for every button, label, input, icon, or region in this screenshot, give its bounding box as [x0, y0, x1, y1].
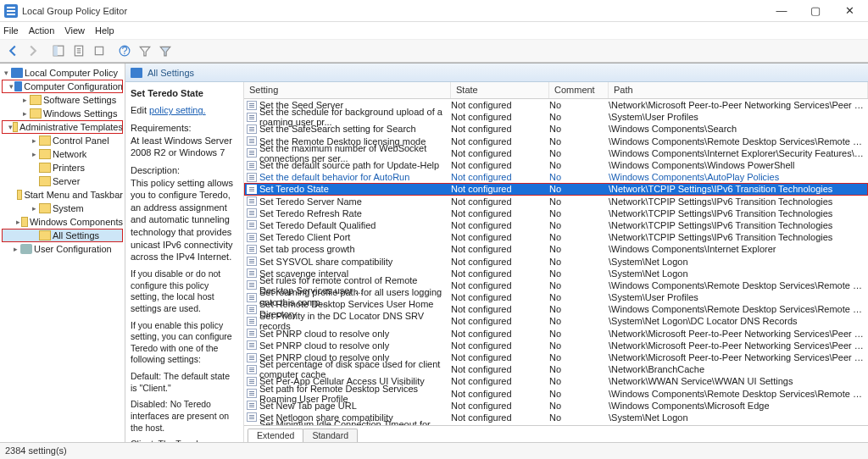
setting-row[interactable]: Set PNRP cloud to resolve onlyNot config…: [244, 328, 868, 340]
filter-options-button[interactable]: [155, 41, 175, 60]
setting-row[interactable]: Set the maximum number of WebSocket conn…: [244, 147, 868, 159]
setting-row[interactable]: Set Teredo Client PortNot configuredNo\N…: [244, 231, 868, 243]
minimize-button[interactable]: —: [765, 0, 798, 22]
status-bar: 2384 setting(s): [0, 442, 868, 459]
content-header: All Settings: [125, 64, 868, 82]
setting-row[interactable]: Set Teredo Refresh RateNot configuredNo\…: [244, 207, 868, 219]
setting-row[interactable]: Set PNRP cloud to resolve onlyNot config…: [244, 340, 868, 351]
setting-row[interactable]: Set the schedule for background upload o…: [244, 111, 868, 123]
tree-printers[interactable]: Printers: [2, 161, 123, 174]
setting-icon: [247, 196, 257, 206]
menubar: File Action View Help: [0, 22, 868, 39]
tab-extended[interactable]: Extended: [248, 429, 303, 442]
setting-icon: [247, 280, 257, 290]
col-state[interactable]: State: [451, 82, 549, 98]
folder-icon: [131, 68, 142, 78]
setting-row[interactable]: Set New Tab page URLNot configuredNo\Win…: [244, 400, 868, 412]
setting-row[interactable]: Set the default behavior for AutoRunNot …: [244, 171, 868, 183]
svg-rect-1: [53, 46, 58, 56]
setting-row[interactable]: Set Teredo Default QualifiedNot configur…: [244, 219, 868, 231]
setting-icon: [247, 124, 257, 134]
view-tabs: Extended Standard: [244, 425, 868, 442]
tree-system[interactable]: ▸System: [2, 202, 123, 215]
setting-icon: [247, 329, 257, 338]
menu-help[interactable]: Help: [95, 25, 114, 36]
setting-row[interactable]: Set Teredo Server NameNot configuredNo\N…: [244, 196, 868, 207]
setting-icon: [247, 305, 257, 314]
col-setting[interactable]: Setting: [244, 82, 451, 98]
toolbar: ?: [0, 39, 868, 63]
setting-icon: [247, 208, 257, 218]
properties-button[interactable]: [69, 41, 89, 60]
menu-file[interactable]: File: [3, 25, 19, 36]
tree-user-configuration[interactable]: ▸User Configuration: [2, 242, 123, 256]
setting-icon: [247, 377, 257, 386]
back-button[interactable]: [3, 41, 23, 60]
setting-row[interactable]: Set the SafeSearch setting for SearchNot…: [244, 123, 868, 135]
settings-list: Setting State Comment Path Set the Seed …: [244, 82, 868, 442]
edit-policy-link[interactable]: policy setting.: [149, 105, 206, 115]
setting-row[interactable]: Set percentage of disk space used for cl…: [244, 363, 868, 375]
tree-administrative-templates[interactable]: ▾Administrative Templates: [2, 120, 123, 134]
window-title: Local Group Policy Editor: [22, 6, 765, 16]
setting-icon: [247, 389, 257, 398]
col-path[interactable]: Path: [609, 82, 868, 98]
tree-pane[interactable]: ▾Local Computer Policy ▾Computer Configu…: [0, 64, 125, 442]
description-panel: Set Teredo State Edit policy setting. Re…: [125, 82, 244, 442]
setting-row[interactable]: Set SYSVOL share compatibilityNot config…: [244, 255, 868, 267]
col-comment[interactable]: Comment: [549, 82, 609, 98]
setting-icon: [247, 161, 257, 170]
setting-icon: [247, 353, 257, 362]
setting-icon: [247, 113, 257, 122]
desc-title: Set Teredo State: [131, 87, 236, 99]
setting-icon: [247, 412, 257, 422]
tree-server[interactable]: Server: [2, 174, 123, 188]
app-icon: [4, 4, 18, 18]
setting-row[interactable]: Set tab process growthNot configuredNo\W…: [244, 243, 868, 255]
setting-row[interactable]: Set Teredo StateNot configuredNo\Network…: [244, 183, 868, 195]
menu-view[interactable]: View: [64, 25, 85, 36]
tree-software-settings[interactable]: ▸Software Settings: [2, 93, 123, 107]
help-button[interactable]: ?: [114, 41, 135, 60]
setting-icon: [247, 101, 257, 110]
setting-icon: [247, 365, 257, 374]
tab-standard[interactable]: Standard: [303, 429, 358, 442]
tree-all-settings[interactable]: All Settings: [2, 229, 123, 242]
column-headers[interactable]: Setting State Comment Path: [244, 82, 868, 99]
setting-row[interactable]: Set path for Remote Desktop Services Roa…: [244, 388, 868, 400]
tree-root[interactable]: ▾Local Computer Policy: [2, 66, 123, 80]
titlebar: Local Group Policy Editor — ▢ ✕: [0, 0, 868, 22]
tree-start-menu-taskbar[interactable]: Start Menu and Taskbar: [2, 188, 123, 202]
filter-button[interactable]: [135, 41, 155, 60]
tree-windows-settings[interactable]: ▸Windows Settings: [2, 107, 123, 120]
setting-icon: [247, 257, 257, 266]
setting-icon: [247, 245, 257, 254]
setting-icon: [247, 233, 257, 242]
setting-icon: [247, 268, 257, 278]
setting-row[interactable]: Set the default source path for Update-H…: [244, 159, 868, 171]
tree-network[interactable]: ▸Network: [2, 147, 123, 161]
close-button[interactable]: ✕: [832, 0, 866, 22]
maximize-button[interactable]: ▢: [798, 0, 832, 22]
setting-icon: [247, 148, 257, 158]
svg-text:?: ?: [121, 45, 127, 57]
tree-computer-configuration[interactable]: ▾Computer Configuration: [2, 80, 123, 93]
tree-control-panel[interactable]: ▸Control Panel: [2, 134, 123, 147]
menu-action[interactable]: Action: [29, 25, 55, 36]
setting-icon: [247, 220, 257, 230]
show-hide-tree-button[interactable]: [48, 41, 69, 60]
tree-windows-components[interactable]: ▸Windows Components: [2, 215, 123, 229]
svg-rect-3: [95, 47, 103, 54]
content-header-label: All Settings: [147, 68, 194, 78]
status-text: 2384 setting(s): [5, 445, 67, 456]
setting-icon: [247, 173, 257, 182]
forward-button[interactable]: [23, 41, 43, 60]
setting-icon: [247, 317, 257, 326]
setting-icon: [247, 185, 257, 194]
export-button[interactable]: [89, 41, 109, 60]
setting-row[interactable]: Set Priority in the DC Locator DNS SRV r…: [244, 315, 868, 327]
setting-icon: [247, 293, 257, 302]
setting-icon: [247, 340, 257, 350]
setting-icon: [247, 401, 257, 410]
setting-icon: [247, 136, 257, 146]
